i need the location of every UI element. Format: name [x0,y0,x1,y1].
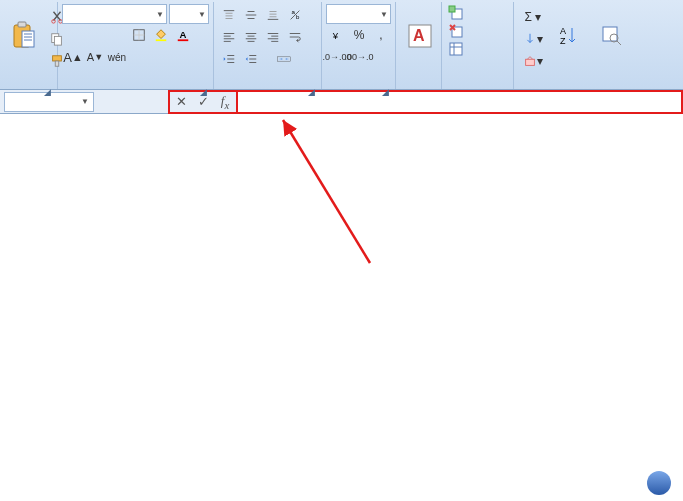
group-alignment: ab ◢ [214,2,322,89]
watermark [647,471,675,495]
cancel-formula-button[interactable]: ✕ [170,94,192,109]
insert-function-button[interactable]: fx [214,93,236,111]
paste-button[interactable] [4,4,44,70]
find-select-button[interactable] [592,4,632,70]
phonetic-guide-button[interactable]: wén [106,46,128,68]
increase-indent-button[interactable] [240,48,262,70]
italic-button[interactable] [84,24,106,46]
svg-rect-1 [18,22,26,27]
group-clipboard: ◢ [0,2,58,89]
number-launcher-icon[interactable]: ◢ [382,87,389,97]
sort-filter-button[interactable]: AZ [550,4,590,70]
number-format-combo[interactable]: ▼ [326,4,391,24]
svg-rect-12 [178,39,189,41]
group-number: ▼ ¥ % , .0→.00 .00→.0 ◢ [322,2,396,89]
font-color-button[interactable]: A [172,24,194,46]
orientation-button[interactable]: ab [284,4,306,26]
svg-text:b: b [296,13,300,20]
font-name-combo[interactable]: ▼ [62,4,167,24]
merge-cells-button[interactable] [262,48,306,70]
svg-rect-10 [156,39,167,41]
autosum-button[interactable]: Σ ▾ [518,6,548,28]
svg-text:A: A [560,26,566,36]
chevron-down-icon: ▼ [152,10,164,19]
fill-button[interactable]: ▾ [518,28,548,50]
align-left-button[interactable] [218,26,240,48]
format-button[interactable] [446,40,470,58]
border-button[interactable] [128,24,150,46]
ribbon: ◢ ▼ ▼ A A▲ A▼ wén ◢ [0,0,683,90]
bold-button[interactable] [62,24,84,46]
decrease-indent-button[interactable] [218,48,240,70]
svg-rect-23 [526,59,535,65]
chevron-down-icon: ▼ [194,10,206,19]
group-font: ▼ ▼ A A▲ A▼ wén ◢ [58,2,214,89]
shrink-font-button[interactable]: A▼ [84,46,106,68]
wrap-text-button[interactable] [284,26,306,48]
align-top-button[interactable] [218,4,240,26]
decrease-decimal-button[interactable]: .00→.0 [348,46,370,68]
font-launcher-icon[interactable]: ◢ [200,87,207,97]
svg-rect-15 [277,57,290,61]
alignment-launcher-icon[interactable]: ◢ [308,87,315,97]
clipboard-launcher-icon[interactable]: ◢ [44,87,51,97]
styles-button[interactable]: A [400,4,440,70]
svg-text:a: a [292,8,296,15]
delete-button[interactable] [446,22,470,40]
clear-button[interactable]: ▾ [518,50,548,72]
align-center-button[interactable] [240,26,262,48]
comma-button[interactable]: , [370,24,392,46]
underline-button[interactable] [106,24,128,46]
group-editing: Σ ▾ ▾ ▾ AZ [514,2,664,89]
align-middle-button[interactable] [240,4,262,26]
grow-font-button[interactable]: A▲ [62,46,84,68]
chevron-down-icon: ▼ [81,97,89,106]
svg-rect-22 [450,43,462,55]
font-size-combo[interactable]: ▼ [169,4,209,24]
group-styles: A [396,2,442,89]
svg-text:Z: Z [560,36,566,46]
align-right-button[interactable] [262,26,284,48]
php-logo-icon [647,471,671,495]
svg-rect-20 [449,6,455,12]
svg-line-28 [283,120,370,263]
formula-input[interactable] [236,90,683,114]
fill-color-button[interactable] [150,24,172,46]
insert-button[interactable] [446,4,470,22]
align-bottom-button[interactable] [262,4,284,26]
svg-text:¥: ¥ [332,30,339,41]
svg-text:A: A [413,27,425,44]
formula-bar: ▼ ✕ ✓ fx [0,90,683,114]
group-cells [442,2,514,89]
currency-button[interactable]: ¥ [326,24,348,46]
svg-text:A: A [180,29,187,40]
percent-button[interactable]: % [348,24,370,46]
chevron-down-icon: ▼ [376,10,388,19]
svg-rect-2 [22,31,34,47]
